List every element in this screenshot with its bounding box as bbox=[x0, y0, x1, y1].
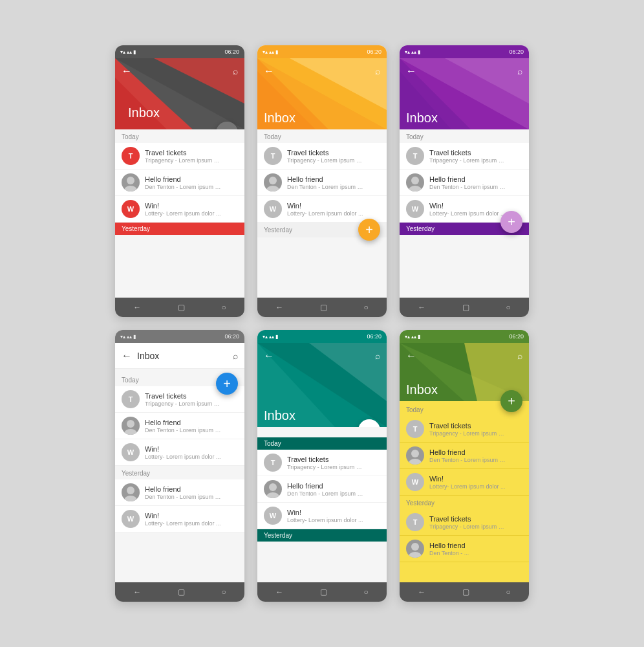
avatar-4-3: W bbox=[122, 443, 140, 461]
nav-square-6[interactable]: ▢ bbox=[462, 587, 469, 597]
item-sub-4-4: Den Tenton - Lorem ipsum dolor ... bbox=[145, 494, 222, 500]
search-button-6[interactable]: ⌕ bbox=[517, 351, 522, 361]
back-button-3[interactable]: ← bbox=[406, 65, 416, 77]
section-yesterday-4: Yesterday bbox=[115, 466, 244, 479]
content-3: Today T Travel tickets Tripagency - Lore… bbox=[400, 129, 529, 298]
nav-circle-3[interactable]: ○ bbox=[506, 303, 510, 312]
phone-row-bottom: ▾▴ ▴▴ ▮ 06:20 ← Inbox ⌕ + Today T Travel… bbox=[115, 330, 529, 602]
back-button-1[interactable]: ← bbox=[122, 65, 132, 77]
section-yesterday-5: Yesterday bbox=[257, 529, 387, 542]
avatar-1-2 bbox=[122, 173, 140, 192]
item-title-1-1: Travel tickets bbox=[145, 149, 222, 157]
item-title-5-2: Hello friend bbox=[287, 482, 365, 490]
nav-back-3[interactable]: ← bbox=[418, 303, 425, 312]
header-band-3: ← ⌕ Inbox bbox=[400, 58, 529, 129]
svg-point-31 bbox=[409, 459, 422, 465]
toolbar-4: ← Inbox ⌕ bbox=[115, 343, 244, 369]
back-button-5[interactable]: ← bbox=[264, 350, 274, 362]
fab-4[interactable]: + bbox=[216, 373, 238, 395]
toolbar-2: ← ⌕ bbox=[257, 58, 387, 84]
item-sub-3-2: Den Tenton - Lorem ipsum dolor ... bbox=[429, 184, 507, 190]
item-sub-6-5: Den Tenton - ... bbox=[429, 550, 469, 556]
nav-square-4[interactable]: ▢ bbox=[178, 587, 185, 597]
nav-circle-6[interactable]: ○ bbox=[506, 587, 510, 597]
avatar-6-4: T bbox=[406, 513, 424, 531]
nav-square-2[interactable]: ▢ bbox=[320, 303, 327, 312]
back-button-4[interactable]: ← bbox=[122, 350, 132, 362]
search-button-3[interactable]: ⌕ bbox=[517, 66, 522, 76]
toolbar-1: ← ⌕ bbox=[115, 58, 244, 84]
item-sub-5-2: Den Tenton - Lorem ipsum dolor ... bbox=[287, 490, 365, 497]
svg-point-4 bbox=[127, 177, 134, 184]
content-4: Today T Travel tickets Tripagency - Lore… bbox=[115, 369, 244, 582]
nav-circle-1[interactable]: ○ bbox=[221, 303, 226, 312]
item-title-1-2: Hello friend bbox=[145, 175, 222, 183]
bottom-nav-1: ← ▢ ○ bbox=[115, 298, 244, 317]
signal-icon-2: ▾▴ bbox=[263, 49, 268, 55]
section-today-2: Today bbox=[257, 129, 387, 143]
svg-point-17 bbox=[409, 186, 422, 192]
item-title-5-1: Travel tickets bbox=[287, 455, 365, 463]
item-title-6-1: Travel tickets bbox=[429, 422, 507, 430]
item-sub-6-3: Lottery- Lorem ipsum dolor ... bbox=[429, 483, 506, 490]
toolbar-title-4: Inbox bbox=[137, 351, 233, 361]
list-item-4-5: W Win! Lottery- Lorem ipsum dolor ... bbox=[115, 506, 244, 532]
avatar-6-1: T bbox=[406, 420, 424, 438]
item-sub-1-1: Tripagency - Lorem ipsum dolor ... bbox=[145, 157, 222, 164]
status-bar-1: ▾▴ ▴▴ ▮ 06:20 bbox=[115, 45, 244, 58]
back-button-2[interactable]: ← bbox=[264, 65, 274, 77]
section-today-1: Today bbox=[115, 129, 244, 143]
fab-plus-icon-3: + bbox=[508, 215, 515, 228]
battery-icon-2: ▮ bbox=[275, 49, 278, 55]
header-band-2: ← ⌕ Inbox bbox=[257, 58, 387, 129]
svg-point-30 bbox=[411, 450, 419, 457]
svg-point-25 bbox=[269, 483, 277, 491]
item-sub-2-3: Lottery- Lorem ipsum dolor ... bbox=[287, 210, 363, 217]
fab-6[interactable]: + bbox=[500, 390, 522, 412]
item-sub-4-2: Den Tenton - Lorem ipsum dolor ... bbox=[145, 427, 222, 433]
back-button-6[interactable]: ← bbox=[406, 350, 416, 362]
nav-back-5[interactable]: ← bbox=[275, 587, 283, 597]
nav-square-5[interactable]: ▢ bbox=[320, 587, 327, 597]
avatar-6-3: W bbox=[406, 473, 424, 491]
svg-point-33 bbox=[409, 552, 422, 558]
status-bar-3: ▾▴ ▴▴ ▮ 06:20 bbox=[400, 45, 529, 58]
nav-back-2[interactable]: ← bbox=[275, 303, 283, 312]
inbox-title-2: Inbox bbox=[264, 111, 295, 126]
item-sub-2-1: Tripagency - Lorem ipsum dolor ... bbox=[287, 157, 365, 164]
nav-back-6[interactable]: ← bbox=[418, 587, 425, 597]
item-title-2-2: Hello friend bbox=[287, 175, 365, 183]
list-item-3-1: T Travel tickets Tripagency - Lorem ipsu… bbox=[400, 143, 529, 170]
battery-icon-3: ▮ bbox=[418, 49, 420, 55]
content-6: Today T Travel tickets Tripagency - Lore… bbox=[400, 401, 529, 582]
fab-plus-icon-6: + bbox=[508, 395, 515, 408]
avatar-1-3: W bbox=[122, 200, 140, 218]
svg-point-21 bbox=[124, 496, 137, 501]
search-button-5[interactable]: ⌕ bbox=[375, 351, 380, 361]
nav-back-4[interactable]: ← bbox=[133, 587, 141, 597]
toolbar-6: ← ⌕ bbox=[400, 343, 529, 369]
search-button-4[interactable]: ⌕ bbox=[233, 351, 238, 361]
nav-circle-5[interactable]: ○ bbox=[363, 587, 368, 597]
section-yesterday-1: Yesterday bbox=[115, 223, 244, 235]
signal-icon-3: ▾▴ bbox=[405, 49, 410, 55]
nav-back-1[interactable]: ← bbox=[133, 303, 141, 312]
nav-circle-4[interactable]: ○ bbox=[221, 587, 226, 597]
item-sub-5-3: Lottery- Lorem ipsum dolor ... bbox=[287, 517, 363, 523]
nav-square-3[interactable]: ▢ bbox=[462, 303, 469, 312]
search-button-1[interactable]: ⌕ bbox=[233, 66, 238, 76]
status-bar-6: ▾▴ ▴▴ ▮ 06:20 bbox=[400, 330, 529, 343]
signal-icon: ▾▴ bbox=[120, 49, 125, 55]
item-title-3-1: Travel tickets bbox=[429, 149, 507, 157]
bottom-nav-6: ← ▢ ○ bbox=[400, 582, 529, 602]
avatar-2-1: T bbox=[264, 147, 282, 165]
nav-circle-2[interactable]: ○ bbox=[363, 303, 368, 312]
fab-3[interactable]: + bbox=[500, 211, 522, 233]
search-button-2[interactable]: ⌕ bbox=[375, 66, 380, 76]
fab-2[interactable]: + bbox=[358, 219, 380, 241]
nav-square-1[interactable]: ▢ bbox=[178, 303, 185, 312]
section-yesterday-6: Yesterday bbox=[400, 496, 529, 509]
phone-row-top: ▾▴ ▴▴ ▮ 06:20 ← ⌕ Inb bbox=[115, 45, 529, 317]
phone-6: ▾▴ ▴▴ ▮ 06:20 ← ⌕ Inbox + bbox=[400, 330, 529, 602]
item-title-6-3: Win! bbox=[429, 475, 506, 483]
